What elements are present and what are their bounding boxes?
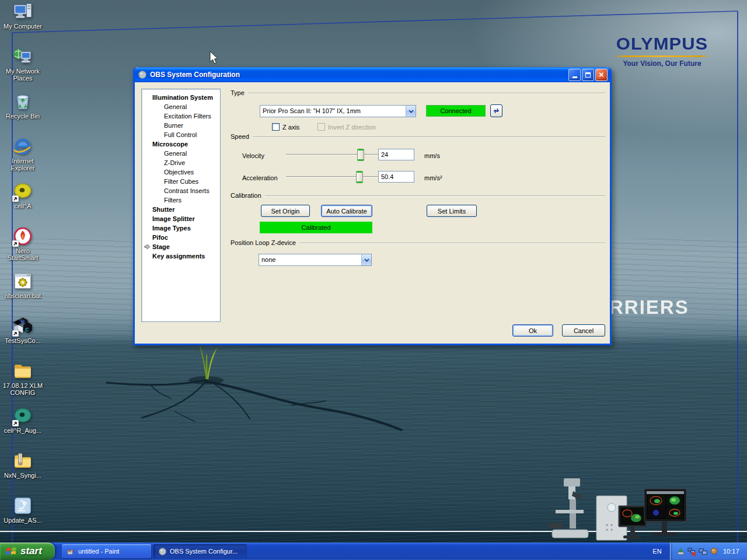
network-icon[interactable] xyxy=(699,547,707,556)
desktop-icon-update-as[interactable]: Update_AS... xyxy=(1,496,45,541)
chevron-down-icon xyxy=(364,258,369,262)
tree-item-image-types[interactable]: Image Types xyxy=(142,223,220,233)
close-button[interactable]: × xyxy=(595,69,608,81)
position-loop-combobox[interactable]: none xyxy=(259,254,372,266)
desktop-icon-label: cell^R_Aug... xyxy=(4,427,41,434)
tree-item-filters[interactable]: Filters xyxy=(142,195,220,205)
velocity-unit: mm/s xyxy=(424,152,440,159)
tree-item-illumination-system[interactable]: Illumination System xyxy=(142,93,220,102)
obs-config-dialog: OBS System Configuration × Illumination … xyxy=(133,67,612,345)
my-computer-icon xyxy=(13,2,33,22)
z-axis-checkbox[interactable] xyxy=(272,123,280,131)
tree-item-full-control[interactable]: Full Control xyxy=(142,130,220,139)
desktop-icon-label: Nero StartSmart xyxy=(1,247,44,261)
taskbar-task-obs-system-configur[interactable]: OBS System Configur... xyxy=(153,544,247,558)
set-limits-button[interactable]: Set Limits xyxy=(427,205,477,217)
olympus-gold-rule xyxy=(613,55,711,57)
taskbar-tasks: untitled - Paint OBS System Configur... xyxy=(55,542,644,560)
reconnect-button[interactable] xyxy=(490,104,502,117)
cell-a-icon xyxy=(13,181,33,201)
desktop-icon-label: NxN_Syngi... xyxy=(4,472,41,479)
tree-item-burner[interactable]: Burner xyxy=(142,121,220,130)
desktop-icon-label: Recycle Bin xyxy=(6,113,40,120)
desktop-icon-cell-r-aug[interactable]: cell^R_Aug... xyxy=(1,406,45,451)
stage-type-combobox[interactable]: Prior Pro Scan II: "H 107" IX, 1mm xyxy=(260,105,416,117)
combo-dropdown-button[interactable] xyxy=(406,106,416,117)
desktop-icon-nxn-syngi[interactable]: NxN_Syngi... xyxy=(1,451,45,496)
windows-flag-icon xyxy=(5,545,18,557)
desktop-icon-obsclean-bat[interactable]: obsclean.bat xyxy=(1,271,45,316)
olympus-logo-block: OLYMPUS Your Vision, Our Future xyxy=(608,34,716,68)
network-error-icon[interactable] xyxy=(687,547,696,556)
connection-status-badge: Connected xyxy=(426,105,486,117)
ok-button[interactable]: Ok xyxy=(512,324,553,337)
shortcut-arrow-icon xyxy=(12,330,19,337)
desktop-icon-internet-explorer[interactable]: Internet Explorer xyxy=(1,136,45,181)
combo-dropdown-button[interactable] xyxy=(361,254,371,265)
taskbar-clock[interactable]: 10:17 xyxy=(723,548,739,555)
cancel-button[interactable]: Cancel xyxy=(562,324,605,337)
obs-icon xyxy=(158,547,167,556)
acceleration-slider-thumb[interactable] xyxy=(356,171,363,183)
tree-item-general[interactable]: General xyxy=(142,102,220,111)
dialog-titlebar[interactable]: OBS System Configuration × xyxy=(135,67,610,82)
language-indicator[interactable]: EN xyxy=(644,542,670,560)
desktop-icon-my-computer[interactable]: My Computer xyxy=(1,2,45,47)
tree-item-key-assignments[interactable]: Key assignments xyxy=(142,251,220,261)
desktop-icon-cell-a[interactable]: cell^A xyxy=(1,181,45,226)
tree-item-filter-cubes[interactable]: Filter Cubes xyxy=(142,177,220,186)
maximize-button[interactable] xyxy=(582,69,594,81)
desktop-icon-my-network-places[interactable]: My Network Places xyxy=(1,47,45,92)
desktop-icon-nero-startsmart[interactable]: Nero StartSmart xyxy=(1,226,45,271)
tree-item-objectives[interactable]: Objectives xyxy=(142,167,220,177)
folder-icon xyxy=(13,361,33,381)
tree-item-microscope[interactable]: Microscope xyxy=(142,139,220,149)
velocity-slider[interactable] xyxy=(286,149,382,161)
close-icon: × xyxy=(599,70,604,79)
tree-item-shutter[interactable]: Shutter xyxy=(142,205,220,214)
tree-item-z-drive[interactable]: Z-Drive xyxy=(142,158,220,167)
tree-item-stage[interactable]: Stage xyxy=(142,242,220,251)
recycle-bin-icon xyxy=(13,92,33,111)
volume-icon[interactable] xyxy=(710,547,718,556)
desktop-icon-testsysco[interactable]: TestSysCo... xyxy=(1,316,45,361)
minimize-icon xyxy=(573,76,577,78)
tree-item-image-splitter[interactable]: Image Splitter xyxy=(142,214,220,223)
tree-item-contrast-inserts[interactable]: Contrast Inserts xyxy=(142,186,220,195)
velocity-slider-thumb[interactable] xyxy=(357,149,364,161)
cell-r-icon xyxy=(13,406,33,426)
z-axis-checkbox-row: Z axis xyxy=(272,123,299,131)
start-button[interactable]: start xyxy=(0,542,55,560)
start-label: start xyxy=(20,545,46,557)
config-tree: Illumination System General Excitation F… xyxy=(141,89,221,322)
desktop-icon-17-08-12-xlm-config[interactable]: 17.08.12 XLM CONFIG xyxy=(1,361,45,406)
type-group-header: Type xyxy=(231,89,605,96)
safely-remove-icon[interactable] xyxy=(676,547,685,556)
acceleration-slider[interactable] xyxy=(286,171,382,183)
stage-type-value: Prior Pro Scan II: "H 107" IX, 1mm xyxy=(260,106,406,117)
position-loop-value: none xyxy=(259,254,361,265)
auto-calibrate-button[interactable]: Auto Calibrate xyxy=(321,205,372,217)
minimize-button[interactable] xyxy=(568,69,581,81)
internet-explorer-icon xyxy=(13,136,33,156)
olympus-logo: OLYMPUS xyxy=(608,34,716,54)
acceleration-unit: mm/s² xyxy=(424,174,442,181)
taskbar-task-untitled-paint[interactable]: untitled - Paint xyxy=(62,544,151,558)
acceleration-input[interactable] xyxy=(378,171,414,183)
tree-item-excitation-filters[interactable]: Excitation Filters xyxy=(142,111,220,121)
tree-item-general[interactable]: General xyxy=(142,149,220,158)
shortcut-arrow-icon xyxy=(12,195,19,202)
type-group-label: Type xyxy=(231,89,245,96)
update-icon xyxy=(13,496,33,516)
desktop-icon-recycle-bin[interactable]: Recycle Bin xyxy=(1,92,45,136)
set-origin-button[interactable]: Set Origin xyxy=(261,205,310,217)
system-tray: 10:17 xyxy=(670,542,747,560)
position-loop-group-header: Position Loop Z-device xyxy=(231,239,605,246)
velocity-input[interactable] xyxy=(378,149,414,160)
desktop-icon-label: cell^A xyxy=(14,202,31,209)
chevron-down-icon xyxy=(409,110,414,113)
z-axis-label: Z axis xyxy=(282,124,299,131)
tree-item-pifoc[interactable]: Pifoc xyxy=(142,233,220,242)
invert-z-checkbox xyxy=(317,123,325,131)
barriers-wallpaper-text: RRIERS xyxy=(609,296,689,318)
